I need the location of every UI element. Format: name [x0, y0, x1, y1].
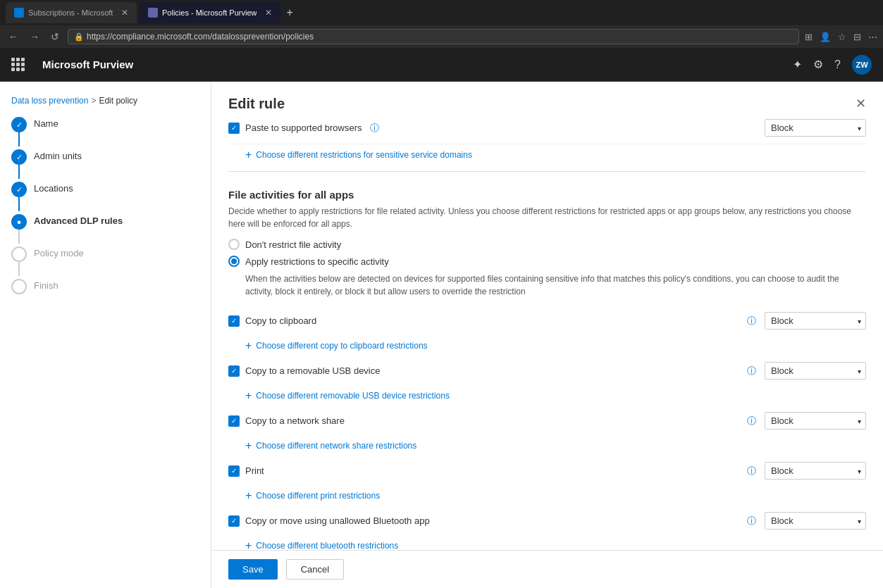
tab-policies[interactable]: Policies - Microsoft Purview ✕	[140, 2, 280, 23]
usb-checkbox[interactable]: ✓	[228, 365, 240, 377]
usb-label: Copy to a removable USB device	[245, 365, 744, 376]
bluetooth-label: Copy or move using unallowed Bluetooth a…	[245, 515, 744, 526]
bluetooth-add-label: Choose different bluetooth restrictions	[256, 541, 398, 551]
step-label-name: Name	[34, 117, 58, 129]
step-circle-name: ✓	[11, 117, 27, 132]
settings-icon[interactable]: ⚙	[813, 58, 823, 71]
network-add-link[interactable]: + Choose different network share restric…	[228, 435, 866, 456]
bluetooth-info-icon[interactable]: ⓘ	[747, 515, 756, 527]
network-dropdown[interactable]: Block Audit only Block with override	[765, 413, 865, 429]
paste-browsers-checkbox[interactable]: ✓	[228, 123, 240, 134]
apply-description: When the activities below are detected o…	[245, 273, 866, 298]
clipboard-checkbox[interactable]: ✓	[228, 315, 240, 327]
print-info-icon[interactable]: ⓘ	[747, 465, 756, 477]
waffle-menu[interactable]	[11, 58, 25, 72]
back-button[interactable]: ←	[6, 30, 21, 44]
paste-browsers-dropdown[interactable]: Block Audit only Block with override	[765, 120, 865, 136]
address-text: https://compliance.microsoft.com/datalos…	[87, 32, 314, 42]
paste-browsers-dropdown-wrapper: Block Audit only Block with override ▾	[765, 119, 866, 137]
breadcrumb: Data loss prevention > Edit policy	[11, 96, 199, 106]
print-checkbox[interactable]: ✓	[228, 465, 240, 477]
clipboard-dropdown-wrapper: Block Audit only Block with override ▾	[765, 312, 866, 330]
usb-add-link[interactable]: + Choose different removable USB device …	[228, 385, 866, 406]
print-label: Print	[245, 465, 744, 476]
header-icons: ✦ ⚙ ? ZW	[793, 55, 872, 75]
clipboard-add-label: Choose different copy to clipboard restr…	[256, 341, 427, 351]
paste-browsers-checkbox-label: ✓ Paste to supported browsers ⓘ	[228, 122, 765, 135]
step-circle-finish	[11, 279, 27, 294]
footer-buttons: Save Cancel	[211, 550, 883, 588]
radio-label-dont-restrict: Don't restrict file activity	[245, 239, 341, 250]
breadcrumb-parent[interactable]: Data loss prevention	[11, 96, 88, 106]
save-button[interactable]: Save	[228, 559, 278, 580]
clipboard-add-link[interactable]: + Choose different copy to clipboard res…	[228, 335, 866, 356]
app-header: Microsoft Purview ✦ ⚙ ? ZW	[0, 48, 883, 82]
close-button[interactable]: ✕	[856, 96, 866, 111]
app-logo: Microsoft Purview	[42, 58, 133, 70]
print-add-icon: +	[245, 489, 252, 502]
sparkle-icon[interactable]: ✦	[793, 58, 802, 71]
clipboard-add-icon: +	[245, 339, 252, 352]
app-container: Microsoft Purview ✦ ⚙ ? ZW Data loss pre…	[0, 48, 883, 588]
network-label: Copy to a network share	[245, 415, 744, 426]
network-info-icon[interactable]: ⓘ	[747, 415, 756, 427]
new-tab-button[interactable]: +	[286, 6, 292, 19]
activity-row-print: ✓ Print ⓘ Block Audit only Block with ov…	[228, 456, 866, 485]
usb-add-icon: +	[245, 389, 252, 402]
profile-icon[interactable]: 👤	[820, 32, 831, 42]
favorites-icon[interactable]: ☆	[838, 32, 846, 42]
step-name: ✓ Name	[11, 117, 199, 146]
user-avatar[interactable]: ZW	[852, 55, 872, 75]
extensions-icon[interactable]: ⊞	[805, 32, 813, 42]
divider	[228, 171, 866, 172]
paste-browsers-info-icon[interactable]: ⓘ	[370, 122, 379, 135]
network-checkbox[interactable]: ✓	[228, 415, 240, 427]
print-add-link[interactable]: + Choose different print restrictions	[228, 485, 866, 506]
clipboard-dropdown[interactable]: Block Audit only Block with override	[765, 313, 865, 329]
print-dropdown[interactable]: Block Audit only Block with override	[765, 463, 865, 479]
add-icon: +	[245, 149, 252, 161]
tab-close-2[interactable]: ✕	[265, 8, 272, 18]
tab-label-2: Policies - Microsoft Purview	[162, 8, 257, 17]
radio-circle-dont-restrict	[228, 239, 240, 250]
step-circle-advanced: ●	[11, 214, 27, 230]
bluetooth-dropdown-wrapper: Block Audit only Block with override ▾	[765, 512, 866, 530]
tab-subscriptions[interactable]: Subscriptions - Microsoft 365 a... ✕	[6, 2, 137, 23]
radio-dot-apply	[231, 258, 237, 264]
paste-browsers-row: ✓ Paste to supported browsers ⓘ Block Au…	[228, 112, 866, 144]
usb-info-icon[interactable]: ⓘ	[747, 365, 756, 377]
step-policymode: Policy mode	[11, 246, 199, 276]
help-icon[interactable]: ?	[834, 58, 841, 71]
content-body: ✓ Paste to supported browsers ⓘ Block Au…	[211, 112, 883, 588]
lock-icon: 🔒	[74, 32, 84, 42]
activity-row-bluetooth: ✓ Copy or move using unallowed Bluetooth…	[228, 506, 866, 535]
add-sensitive-domains-link[interactable]: + Choose different restrictions for sens…	[228, 144, 866, 165]
usb-dropdown[interactable]: Block Audit only Block with override	[765, 363, 865, 379]
page-title: Edit rule	[228, 96, 285, 112]
step-finish: Finish	[11, 279, 199, 294]
tab-close-1[interactable]: ✕	[121, 8, 128, 18]
tab-favicon-1	[14, 8, 24, 18]
address-bar[interactable]: 🔒 https://compliance.microsoft.com/datal…	[68, 29, 799, 44]
network-add-icon: +	[245, 439, 252, 452]
radio-dont-restrict[interactable]: Don't restrict file activity	[228, 239, 866, 250]
radio-label-apply: Apply restrictions to specific activity	[245, 256, 389, 267]
print-add-label: Choose different print restrictions	[256, 491, 380, 501]
more-icon[interactable]: ⋯	[868, 32, 877, 42]
browser-chrome: Subscriptions - Microsoft 365 a... ✕ Pol…	[0, 0, 883, 25]
step-locations: ✓ Locations	[11, 182, 199, 211]
collections-icon[interactable]: ⊟	[853, 32, 861, 42]
step-advanced: ● Advanced DLP rules	[11, 214, 199, 244]
refresh-button[interactable]: ↺	[48, 30, 62, 44]
clipboard-info-icon[interactable]: ⓘ	[747, 315, 756, 327]
forward-button[interactable]: →	[27, 30, 42, 44]
tab-label-1: Subscriptions - Microsoft 365 a...	[28, 8, 113, 17]
radio-apply-restrictions[interactable]: Apply restrictions to specific activity	[228, 256, 866, 267]
file-activities-section: File activities for all apps Decide whet…	[228, 177, 866, 585]
tab-favicon-2	[148, 8, 158, 18]
bluetooth-checkbox[interactable]: ✓	[228, 515, 240, 527]
bluetooth-dropdown[interactable]: Block Audit only Block with override	[765, 513, 865, 529]
cancel-button[interactable]: Cancel	[286, 559, 344, 580]
sidebar: Data loss prevention > Edit policy ✓ Nam…	[0, 82, 211, 588]
step-circle-policymode	[11, 246, 27, 262]
